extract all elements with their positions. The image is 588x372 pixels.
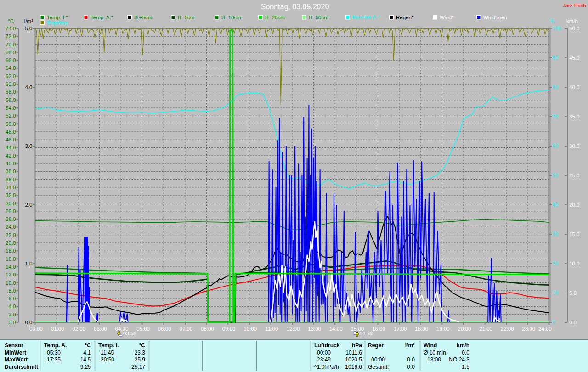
svg-text:0.0: 0.0 [407, 364, 415, 370]
svg-text:°C: °C [85, 342, 91, 349]
svg-text:5.0: 5.0 [569, 290, 577, 296]
svg-text:Temp. I.*: Temp. I.* [47, 15, 68, 20]
svg-text:01:00: 01:00 [51, 326, 64, 332]
svg-text:00:00: 00:00 [317, 349, 331, 356]
svg-text:Gesamt:: Gesamt: [368, 364, 389, 370]
svg-text:Luftdruck: Luftdruck [314, 342, 340, 349]
svg-text:km/h: km/h [457, 342, 469, 349]
svg-text:NO 24.3: NO 24.3 [449, 356, 469, 363]
svg-text:°C: °C [139, 342, 146, 349]
svg-text:58.0: 58.0 [6, 89, 16, 95]
svg-text:60: 60 [552, 143, 558, 149]
svg-text:Empfang: Empfang [47, 20, 68, 26]
svg-text:18:00: 18:00 [415, 326, 428, 332]
svg-text:°C: °C [8, 18, 14, 24]
svg-text:15.0: 15.0 [569, 231, 579, 237]
svg-text:70: 70 [552, 114, 558, 119]
svg-text:5.0: 5.0 [25, 26, 33, 31]
svg-text:16.0: 16.0 [6, 256, 16, 262]
svg-text:25.17: 25.17 [131, 364, 145, 370]
svg-text:Ø 10 min.: Ø 10 min. [424, 349, 447, 356]
svg-text:1011.6: 1011.6 [345, 349, 362, 356]
svg-text:l/m²: l/m² [24, 18, 33, 24]
svg-text:24:00: 24:00 [538, 326, 552, 332]
svg-text:26.0: 26.0 [6, 216, 16, 222]
svg-text:70.0: 70.0 [6, 42, 16, 47]
svg-text:^1.0hPa/h: ^1.0hPa/h [314, 364, 339, 370]
svg-text:42.0: 42.0 [6, 153, 16, 158]
svg-text:1.5: 1.5 [462, 364, 469, 370]
svg-text:23:00: 23:00 [522, 326, 535, 332]
svg-text:25.0: 25.0 [569, 173, 579, 178]
svg-text:64.0: 64.0 [6, 65, 16, 71]
svg-text:14.5: 14.5 [80, 356, 91, 363]
svg-text:6.0: 6.0 [9, 296, 16, 301]
svg-text:03:58: 03:58 [123, 331, 136, 336]
svg-text:2.0: 2.0 [25, 202, 33, 208]
svg-text:66.0: 66.0 [6, 57, 16, 63]
svg-text:MaxWert: MaxWert [5, 356, 28, 363]
svg-text:MinWert: MinWert [5, 349, 26, 356]
svg-text:10: 10 [552, 290, 558, 296]
svg-text:1020.5: 1020.5 [345, 356, 362, 363]
svg-text:32.0: 32.0 [6, 192, 16, 198]
svg-text:17:00: 17:00 [394, 326, 407, 332]
svg-text:4.0: 4.0 [9, 304, 16, 309]
svg-text:40.0: 40.0 [6, 161, 16, 166]
svg-text:0: 0 [552, 320, 555, 325]
svg-text:B +5cm: B +5cm [134, 15, 152, 20]
svg-text:Windböen: Windböen [483, 15, 507, 20]
svg-text:60.0: 60.0 [6, 81, 16, 87]
svg-text:62.0: 62.0 [6, 73, 16, 79]
svg-text:14.0: 14.0 [6, 264, 16, 270]
svg-text:0.0: 0.0 [569, 320, 577, 325]
svg-text:19:00: 19:00 [436, 326, 450, 332]
svg-text:Durchschnitt: Durchschnitt [5, 364, 38, 370]
svg-text:Regen: Regen [368, 342, 385, 349]
svg-text:44.0: 44.0 [6, 145, 16, 150]
svg-text:%: % [550, 18, 555, 24]
svg-text:50.0: 50.0 [569, 26, 579, 31]
svg-text:05:00: 05:00 [136, 326, 150, 332]
svg-text:40: 40 [552, 202, 558, 208]
svg-text:B -50cm: B -50cm [309, 15, 328, 20]
svg-text:48.0: 48.0 [6, 129, 16, 135]
svg-text:40.0: 40.0 [569, 85, 579, 90]
svg-text:00:00: 00:00 [29, 326, 43, 332]
svg-text:30.0: 30.0 [569, 143, 579, 149]
svg-text:20:00: 20:00 [458, 326, 471, 332]
svg-text:20:50: 20:50 [101, 356, 114, 363]
svg-text:Feuchte A.*: Feuchte A.* [352, 15, 380, 20]
svg-text:22.0: 22.0 [6, 232, 16, 238]
svg-text:36.0: 36.0 [6, 177, 16, 182]
svg-text:10.0: 10.0 [569, 261, 579, 266]
svg-text:9.25: 9.25 [80, 364, 91, 370]
svg-text:Temp. A.: Temp. A. [44, 342, 67, 349]
svg-text:06:00: 06:00 [158, 326, 171, 332]
svg-text:12:00: 12:00 [287, 326, 300, 332]
svg-text:13:00: 13:00 [308, 326, 321, 332]
svg-text:24.0: 24.0 [6, 224, 16, 230]
svg-text:09:00: 09:00 [222, 326, 236, 332]
svg-text:2.0: 2.0 [9, 312, 16, 317]
svg-text:0.0: 0.0 [462, 349, 469, 356]
svg-text:10.0: 10.0 [6, 280, 16, 286]
svg-text:11:00: 11:00 [265, 326, 278, 332]
svg-text:80: 80 [552, 85, 558, 90]
svg-text:1016.6: 1016.6 [345, 364, 362, 370]
svg-text:35.0: 35.0 [569, 114, 579, 119]
svg-text:Wind*: Wind* [440, 15, 454, 20]
svg-text:34.0: 34.0 [6, 185, 16, 190]
svg-text:100: 100 [552, 26, 561, 31]
svg-text:02:00: 02:00 [72, 326, 85, 332]
svg-text:17:35: 17:35 [47, 356, 61, 363]
svg-text:l/m²: l/m² [405, 342, 415, 349]
svg-text:0.0: 0.0 [9, 320, 16, 325]
svg-text:08:00: 08:00 [201, 326, 214, 332]
svg-text:Regen*: Regen* [396, 15, 414, 20]
svg-text:38.0: 38.0 [6, 169, 16, 174]
svg-text:20: 20 [552, 261, 558, 266]
svg-text:Jarz Erich: Jarz Erich [563, 3, 586, 8]
svg-text:hPa: hPa [352, 342, 362, 349]
svg-text:Sensor: Sensor [5, 342, 23, 349]
